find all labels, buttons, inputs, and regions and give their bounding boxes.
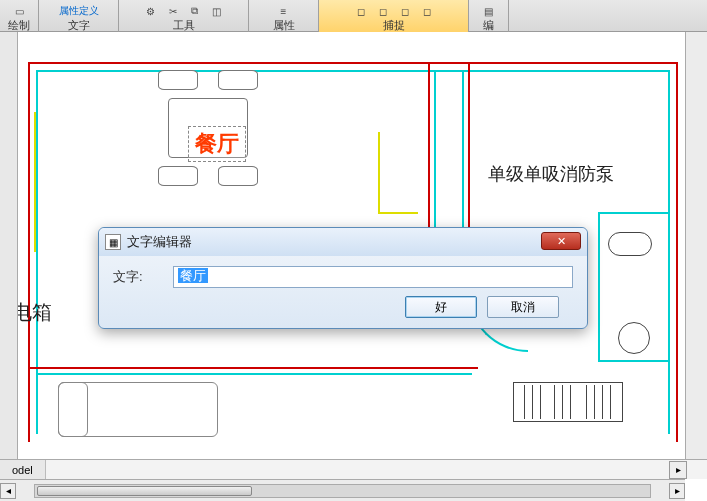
tool-icon-2[interactable]: ✂ [165, 4, 181, 18]
snap-icon-4[interactable]: ◻ [419, 4, 435, 18]
tool-icon-3[interactable]: ⧉ [187, 4, 203, 18]
electric-box-label: 电箱 [18, 302, 52, 322]
attr-def-icon[interactable]: 属性定义 [59, 4, 99, 18]
bookshelf [513, 382, 623, 422]
tab-model[interactable]: odel [0, 460, 46, 480]
ribbon-label-tools: 工具 [173, 18, 195, 32]
dialog-app-icon: ▦ [105, 234, 121, 250]
snap-icon-1[interactable]: ◻ [353, 4, 369, 18]
ribbon-toolbar: ▭ 绘制 属性定义 文字 ⚙ ✂ ⧉ ◫ 工具 ≡ 属性 ◻ ◻ ◻ ◻ 捕捉 … [0, 0, 707, 32]
dialog-ok-button[interactable]: 好 [405, 296, 477, 318]
chair-bot-left [158, 166, 198, 186]
dialog-cancel-button[interactable]: 取消 [487, 296, 559, 318]
chair-top-right [218, 70, 258, 90]
tab-scroll-arrow[interactable]: ▸ [669, 461, 687, 479]
tool-icon-1[interactable]: ⚙ [143, 4, 159, 18]
scroll-track[interactable] [34, 484, 651, 498]
wall-h1c [36, 373, 472, 375]
ribbon-label-edit: 编 [483, 18, 494, 32]
toilet-icon [608, 232, 652, 256]
ribbon-label-draw: 绘制 [8, 18, 30, 32]
ribbon-group-props: ≡ 属性 [249, 0, 319, 32]
left-ruler [0, 32, 18, 459]
vertical-scrollbar[interactable] [685, 32, 707, 479]
dialog-close-button[interactable]: ✕ [541, 232, 581, 250]
ribbon-group-edit: ▤ 编 [469, 0, 509, 32]
dialog-field-label: 文字: [113, 268, 173, 286]
edit-icon[interactable]: ▤ [481, 4, 497, 18]
sink-icon [618, 322, 650, 354]
ribbon-label-snap: 捕捉 [383, 18, 405, 32]
close-icon: ✕ [557, 235, 566, 248]
dialog-text-input[interactable]: 餐厅 [173, 266, 573, 288]
horizontal-scrollbar[interactable]: ◂ ▸ [0, 479, 685, 501]
ribbon-label-text: 文字 [68, 18, 90, 32]
ribbon-group-snap: ◻ ◻ ◻ ◻ 捕捉 [319, 0, 469, 32]
text-editor-dialog: ▦ 文字编辑器 ✕ 文字: 餐厅 好 取消 [98, 227, 588, 329]
scroll-right-arrow[interactable]: ▸ [669, 483, 685, 499]
dining-room-label[interactable]: 餐厅 [188, 126, 246, 162]
draw-rect-icon[interactable]: ▭ [11, 4, 27, 18]
snap-icon-2[interactable]: ◻ [375, 4, 391, 18]
ribbon-group-draw: ▭ 绘制 [0, 0, 39, 32]
chair-top-left [158, 70, 198, 90]
ribbon-group-text: 属性定义 文字 [39, 0, 119, 32]
scroll-left-arrow[interactable]: ◂ [0, 483, 16, 499]
tool-icon-4[interactable]: ◫ [209, 4, 225, 18]
model-tab-bar: odel ▸ [0, 459, 707, 479]
wall-h1 [28, 367, 478, 369]
drawing-canvas[interactable]: 系统 餐厅 单级单吸消防泵 电箱 ▦ 文字编辑器 ✕ [18, 32, 685, 459]
snap-icon-3[interactable]: ◻ [397, 4, 413, 18]
yellow-line-2 [378, 212, 418, 214]
dialog-title: 文字编辑器 [127, 233, 192, 251]
sofa-arm [58, 382, 88, 437]
ribbon-group-tools: ⚙ ✂ ⧉ ◫ 工具 [119, 0, 249, 32]
ribbon-label-props: 属性 [273, 18, 295, 32]
dialog-titlebar[interactable]: ▦ 文字编辑器 ✕ [99, 228, 587, 256]
chair-bot-right [218, 166, 258, 186]
props-icon[interactable]: ≡ [276, 4, 292, 18]
dialog-body: 文字: 餐厅 好 取消 [99, 256, 587, 324]
yellow-line-3 [34, 112, 36, 252]
pump-label: 单级单吸消防泵 [488, 162, 614, 186]
scroll-thumb[interactable] [37, 486, 252, 496]
yellow-line-1 [378, 132, 380, 212]
dialog-text-value: 餐厅 [178, 268, 208, 283]
